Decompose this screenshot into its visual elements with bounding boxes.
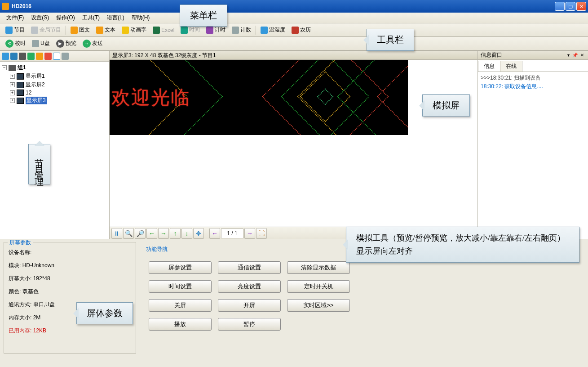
maximize-button[interactable]: ▢ [566, 2, 575, 11]
screen-icon [17, 98, 24, 104]
toolbar-actions: ⟲校时 U盘 ▶预览 →发送 [0, 37, 588, 50]
sim-zoom-in[interactable]: 🔍 [123, 228, 134, 239]
btn-brightness[interactable]: 亮度设置 [218, 280, 281, 293]
btn-comm-setting[interactable]: 通信设置 [218, 261, 281, 274]
info-tabs: 信息 在线 [478, 60, 588, 72]
sim-next-page[interactable]: → [244, 228, 255, 239]
expander-icon[interactable]: + [10, 98, 15, 103]
tb-udisk[interactable]: U盘 [29, 38, 53, 49]
tb-image-text[interactable]: 图文 [68, 25, 93, 35]
sim-move[interactable]: ✥ [193, 228, 204, 239]
btn-screen-off[interactable]: 关屏 [149, 299, 212, 312]
main-area: − 组1 +显示屏1 +显示屏2 +12 +显示屏3 显示屏3: 192 X 4… [0, 50, 588, 239]
close-button[interactable]: ✕ [576, 2, 586, 11]
menu-help[interactable]: 帮助(H) [128, 13, 154, 23]
tab-info[interactable]: 信息 [478, 61, 500, 72]
tree-item-3[interactable]: +显示屏3 [10, 96, 107, 105]
menu-operation[interactable]: 操作(O) [53, 13, 78, 23]
callout-sim-tools: 模拟工具（预览/暂停预览，放大减小/靠左靠右/左右翻页）显示屏向左对齐 [346, 227, 579, 263]
tree-check-icon[interactable] [53, 53, 60, 60]
btn-clear-data[interactable]: 清除显示数据 [287, 261, 350, 274]
minimize-button[interactable]: — [555, 2, 565, 11]
screen-icon [17, 90, 24, 96]
sim-prev-page[interactable]: ← [209, 228, 220, 239]
menu-tools[interactable]: 工具(T) [79, 13, 103, 23]
tb-anim-text[interactable]: 动画字 [119, 25, 149, 35]
tb-preview[interactable]: ▶预览 [53, 38, 79, 49]
text-icon [96, 27, 103, 34]
info-panel-header: 信息窗口 ▾ 📌 ✕ [478, 51, 588, 60]
tb-send[interactable]: →发送 [80, 38, 106, 49]
tab-online[interactable]: 在线 [500, 61, 522, 72]
btn-play[interactable]: 播放 [149, 318, 212, 331]
preview-area: 欢迎光临 [110, 60, 477, 227]
imagetext-icon [71, 27, 78, 34]
led-screen-preview[interactable]: 欢迎光临 [110, 60, 408, 135]
program-icon [5, 27, 13, 34]
program-tree-panel: − 组1 +显示屏1 +显示屏2 +12 +显示屏3 [0, 51, 110, 239]
btn-screen-on[interactable]: 开屏 [218, 299, 281, 312]
menu-file[interactable]: 文件(F) [3, 13, 27, 23]
toolbar-main: 节目 全局节目 图文 文本 动画字 Excel 时间 计时 计数 温湿度 农历 [0, 23, 588, 37]
separator [66, 26, 66, 35]
screen-icon [17, 82, 24, 88]
program-tree[interactable]: − 组1 +显示屏1 +显示屏2 +12 +显示屏3 [0, 62, 109, 107]
expander-icon[interactable]: + [10, 90, 15, 95]
play-icon: ▶ [56, 40, 64, 48]
param-screen-size: 屏幕大小: 192*48 [9, 272, 131, 285]
tree-delete-icon[interactable] [44, 53, 52, 60]
tree-item-1[interactable]: +显示屏2 [10, 81, 107, 89]
menubar: 文件(F) 设置(S) 操作(O) 工具(T) 语言(L) 帮助(H) [0, 13, 588, 23]
btn-schedule[interactable]: 定时开关机 [287, 280, 350, 293]
tree-new-icon[interactable] [2, 53, 9, 60]
tb-count[interactable]: 计数 [229, 25, 254, 35]
tree-item-0[interactable]: +显示屏1 [10, 72, 107, 81]
tb-text[interactable]: 文本 [93, 25, 118, 35]
tb-lunar[interactable]: 农历 [289, 25, 314, 35]
info-dropdown-icon[interactable]: ▾ [566, 53, 571, 58]
info-pin-icon[interactable]: 📌 [571, 53, 579, 58]
tree-root[interactable]: − 组1 [2, 63, 107, 72]
sim-right[interactable]: → [158, 228, 169, 239]
btn-realtime[interactable]: 实时区域>> [287, 299, 350, 312]
expander-icon[interactable]: + [10, 82, 15, 87]
tb-excel[interactable]: Excel [150, 25, 177, 35]
sim-down[interactable]: ↓ [181, 228, 192, 239]
timer-icon [206, 27, 213, 34]
btn-time-setting[interactable]: 时间设置 [149, 280, 212, 293]
callout-sim-screen: 模拟屏 [422, 94, 470, 116]
sim-zoom-out[interactable]: 🔎 [135, 228, 146, 239]
tree-refresh-icon[interactable] [62, 53, 69, 60]
btn-screen-param[interactable]: 屏参设置 [149, 261, 212, 274]
tree-up-icon[interactable] [27, 53, 35, 60]
tree-item-2[interactable]: +12 [10, 89, 107, 96]
tb-temp-humidity[interactable]: 温湿度 [258, 25, 288, 35]
sim-up[interactable]: ↑ [170, 228, 181, 239]
expander-icon[interactable]: − [2, 65, 7, 70]
tree-down-icon[interactable] [36, 53, 43, 60]
expander-icon[interactable]: + [10, 74, 15, 79]
tb-program[interactable]: 节目 [3, 25, 27, 35]
tree-save-icon[interactable] [10, 53, 18, 60]
sim-pause[interactable]: ⏸ [111, 228, 122, 239]
temp-icon [261, 27, 268, 34]
tree-screen-icon[interactable] [19, 53, 26, 60]
time-icon [181, 27, 188, 34]
count-icon [232, 27, 239, 34]
func-button-grid: 屏参设置 通信设置 清除显示数据 时间设置 亮度设置 定时开关机 关屏 开屏 实… [144, 255, 580, 337]
sim-left[interactable]: ← [146, 228, 157, 239]
tb-global-program[interactable]: 全局节目 [28, 25, 64, 35]
tree-group-label: 组1 [18, 64, 26, 72]
preview-panel: 显示屏3: 192 X 48 双基色 32级灰度 - 节目1 欢迎光临 ⏸ 🔍 … [110, 51, 477, 239]
tb-timesync[interactable]: ⟲校时 [3, 38, 28, 49]
menu-settings[interactable]: 设置(S) [27, 13, 53, 23]
param-device-name: 设备名称: [9, 246, 131, 259]
btn-pause[interactable]: 暂停 [218, 318, 281, 331]
menu-language[interactable]: 语言(L) [103, 13, 128, 23]
info-close-icon[interactable]: ✕ [579, 53, 585, 58]
callout-menubar: 菜单栏 [180, 4, 227, 27]
usb-icon [32, 40, 39, 47]
sim-fit[interactable]: ⛶ [256, 228, 267, 239]
clock-icon: ⟲ [5, 40, 13, 48]
window-buttons: — ▢ ✕ [555, 2, 586, 11]
